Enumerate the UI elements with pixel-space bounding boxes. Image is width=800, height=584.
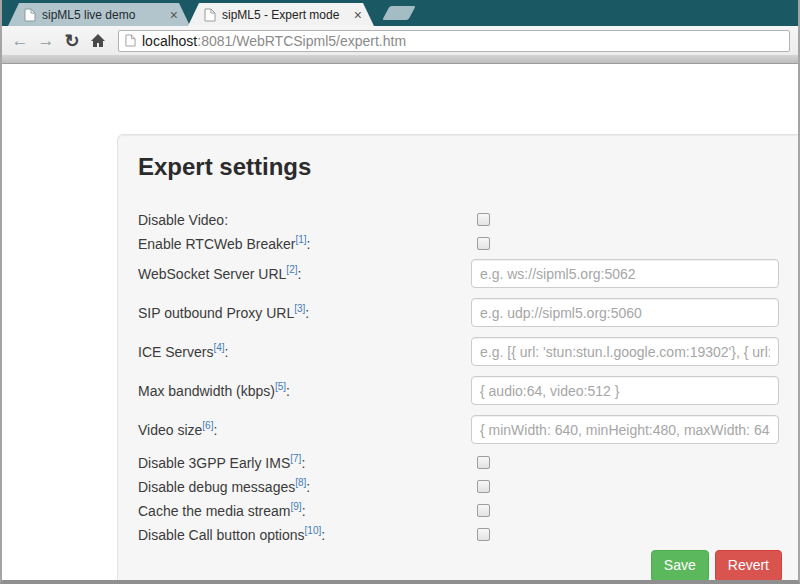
disable-call-button-options-label: Disable Call button options[10]: bbox=[138, 527, 471, 543]
disable-debug-messages-checkbox[interactable] bbox=[477, 480, 490, 493]
settings-row: Disable debug messages[8]: bbox=[138, 478, 782, 495]
disable-video-label: Disable Video: bbox=[138, 212, 471, 228]
url-host: localhost bbox=[142, 33, 197, 49]
form-actions: Save Revert bbox=[138, 550, 782, 580]
forward-icon[interactable]: → bbox=[34, 30, 58, 52]
settings-row: Disable 3GPP Early IMS[7]: bbox=[138, 454, 782, 471]
enable-rtcweb-breaker-checkbox[interactable] bbox=[477, 237, 490, 250]
settings-row: Disable Video: bbox=[138, 211, 782, 228]
doc-ref-link[interactable]: [4] bbox=[213, 342, 224, 353]
doc-ref-link[interactable]: [10] bbox=[305, 525, 322, 536]
doc-ref-link[interactable]: [5] bbox=[275, 381, 286, 392]
web-page: Expert settings Disable Video:Enable RTC… bbox=[2, 64, 798, 580]
ice-servers-label: ICE Servers[4]: bbox=[138, 344, 471, 360]
cache-the-media-stream-label: Cache the media stream[9]: bbox=[138, 503, 471, 519]
video-size-label: Video size[6]: bbox=[138, 422, 471, 438]
settings-row: Max bandwidth (kbps)[5]: bbox=[138, 376, 782, 405]
revert-button[interactable]: Revert bbox=[715, 550, 782, 580]
tab-sipml5-live-demo[interactable]: sipML5 live demo × bbox=[8, 3, 190, 26]
settings-form: Disable Video:Enable RTCWeb Breaker[1]:W… bbox=[138, 211, 782, 543]
home-icon[interactable] bbox=[86, 30, 110, 52]
ice-servers-input[interactable] bbox=[471, 337, 779, 366]
url-path: :8081/WebRTCSipml5/expert.htm bbox=[197, 33, 406, 49]
settings-row: Enable RTCWeb Breaker[1]: bbox=[138, 235, 782, 252]
disable-3gpp-early-ims-checkbox[interactable] bbox=[477, 456, 490, 469]
settings-row: Video size[6]: bbox=[138, 415, 782, 444]
page-icon bbox=[24, 8, 36, 22]
address-bar[interactable]: localhost:8081/WebRTCSipml5/expert.htm bbox=[118, 30, 790, 52]
tab-bar: sipML5 live demo × sipML5 - Expert mode … bbox=[2, 0, 798, 26]
settings-row: Cache the media stream[9]: bbox=[138, 502, 782, 519]
tab-title: sipML5 live demo bbox=[42, 8, 162, 22]
doc-ref-link[interactable]: [3] bbox=[294, 303, 305, 314]
tab-title: sipML5 - Expert mode bbox=[222, 8, 346, 22]
disable-video-checkbox[interactable] bbox=[477, 213, 490, 226]
reload-icon[interactable]: ↻ bbox=[60, 30, 84, 52]
toolbar-divider bbox=[2, 55, 798, 64]
close-icon[interactable]: × bbox=[168, 9, 180, 21]
websocket-server-url-input[interactable] bbox=[471, 259, 779, 288]
page-icon bbox=[125, 34, 136, 47]
page-title: Expert settings bbox=[138, 153, 782, 181]
settings-row: Disable Call button options[10]: bbox=[138, 526, 782, 543]
websocket-server-url-label: WebSocket Server URL[2]: bbox=[138, 266, 471, 282]
settings-row: ICE Servers[4]: bbox=[138, 337, 782, 366]
disable-3gpp-early-ims-label: Disable 3GPP Early IMS[7]: bbox=[138, 455, 471, 471]
settings-row: SIP outbound Proxy URL[3]: bbox=[138, 298, 782, 327]
sip-outbound-proxy-url-input[interactable] bbox=[471, 298, 779, 327]
enable-rtcweb-breaker-label: Enable RTCWeb Breaker[1]: bbox=[138, 236, 471, 252]
new-tab-button[interactable] bbox=[382, 6, 415, 20]
back-icon[interactable]: ← bbox=[8, 30, 32, 52]
disable-debug-messages-label: Disable debug messages[8]: bbox=[138, 479, 471, 495]
max-bandwidth-kbps-label: Max bandwidth (kbps)[5]: bbox=[138, 383, 471, 399]
expert-settings-panel: Expert settings Disable Video:Enable RTC… bbox=[117, 134, 798, 580]
doc-ref-link[interactable]: [9] bbox=[291, 501, 302, 512]
sip-outbound-proxy-url-label: SIP outbound Proxy URL[3]: bbox=[138, 305, 471, 321]
browser-toolbar: ← → ↻ localhost:8081/WebRTCSipml5/expert… bbox=[2, 26, 798, 55]
save-button[interactable]: Save bbox=[651, 550, 709, 580]
tab-sipml5-expert-mode[interactable]: sipML5 - Expert mode × bbox=[188, 3, 374, 26]
doc-ref-link[interactable]: [1] bbox=[295, 234, 306, 245]
video-size-input[interactable] bbox=[471, 415, 779, 444]
settings-row: WebSocket Server URL[2]: bbox=[138, 259, 782, 288]
doc-ref-link[interactable]: [6] bbox=[202, 420, 213, 431]
disable-call-button-options-checkbox[interactable] bbox=[477, 528, 490, 541]
max-bandwidth-kbps-input[interactable] bbox=[471, 376, 779, 405]
page-icon bbox=[204, 8, 216, 22]
browser-window: sipML5 live demo × sipML5 - Expert mode … bbox=[0, 0, 800, 584]
close-icon[interactable]: × bbox=[352, 9, 364, 21]
doc-ref-link[interactable]: [8] bbox=[295, 477, 306, 488]
doc-ref-link[interactable]: [7] bbox=[290, 453, 301, 464]
cache-the-media-stream-checkbox[interactable] bbox=[477, 504, 490, 517]
doc-ref-link[interactable]: [2] bbox=[286, 264, 297, 275]
